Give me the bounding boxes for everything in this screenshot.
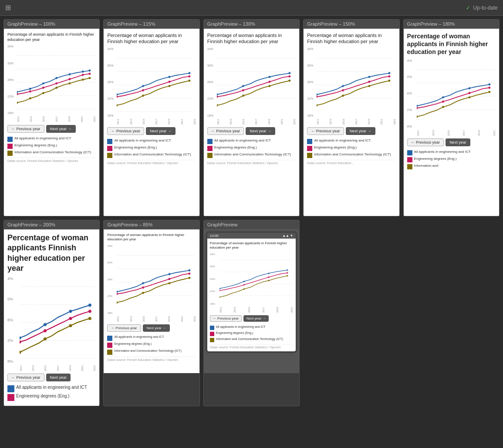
svg-point-136 xyxy=(219,296,220,298)
svg-point-100 xyxy=(20,340,21,344)
card-body-100: Percentage of woman applicants in Finnis… xyxy=(4,29,99,216)
next-button-150[interactable]: Next year → xyxy=(346,127,375,135)
svg-point-122 xyxy=(169,282,171,284)
svg-point-133 xyxy=(243,284,245,285)
legend-color-blue-200 xyxy=(7,385,14,392)
card-header-200: GraphPreview – 200% xyxy=(4,220,99,229)
svg-point-71 xyxy=(317,104,317,106)
legend-color-blue-115 xyxy=(107,139,112,144)
prev-button-180[interactable]: ← Previous year xyxy=(407,138,444,146)
prev-button-100[interactable]: ← Previous year xyxy=(7,125,44,133)
chart-title-100: Percentage of woman applicants in Finnis… xyxy=(7,32,96,42)
svg-point-128 xyxy=(219,288,220,289)
svg-point-32 xyxy=(142,85,144,87)
card-header-115: GraphPreview – 115% xyxy=(104,20,199,29)
legend-color-pink-130 xyxy=(207,146,213,151)
preview-card-115: GraphPreview – 115% Percentage of woman … xyxy=(103,19,199,216)
y-axis-85: 34%30%26%22%18% xyxy=(107,245,117,314)
preview-card-180: GraphPreview – 180% Percentage of woman … xyxy=(403,19,500,216)
svg-point-129 xyxy=(243,281,245,282)
svg-point-36 xyxy=(142,89,144,91)
prev-button-85[interactable]: ← Previous year xyxy=(107,324,141,332)
svg-point-84 xyxy=(442,101,444,103)
svg-point-90 xyxy=(488,91,490,93)
chart-area-85: 34%30%26%22%18% xyxy=(107,245,196,314)
next-button-115[interactable]: Next year → xyxy=(146,127,176,135)
preview-card-150: GraphPreview – 150% Percentage of woman … xyxy=(303,19,399,216)
chart-title-180: Percentage of woman applicants in Finnis… xyxy=(407,32,496,56)
y-axis-mobile: 34%30%26%22%18% xyxy=(210,253,219,305)
legend-85: All applicants in engineering and ICT En… xyxy=(107,335,196,355)
chart-title-mobile: Percentage of woman applicants in Finnis… xyxy=(210,241,293,250)
legend-color-pink-100 xyxy=(7,144,13,149)
prev-button-130[interactable]: ← Previous year xyxy=(207,127,244,135)
chart-area-180: 4%0%6%2%8% xyxy=(407,59,496,128)
row2-empty-4 xyxy=(303,220,399,406)
card-body-115: Percentage of woman applicants in Finnis… xyxy=(104,29,199,216)
next-button-100[interactable]: Next year → xyxy=(46,125,76,133)
y-axis-115: 34%30%26%22%18% xyxy=(107,47,117,117)
svg-point-85 xyxy=(468,92,470,94)
menu-icon[interactable]: ⊞ xyxy=(5,3,11,12)
data-source-115: Datan source: Finnish Education Statisti… xyxy=(107,160,196,165)
chart-title-150: Percentage of woman applicants in Finnis… xyxy=(307,32,395,45)
chart-area-mobile: 34%30%26%22%18% xyxy=(210,253,293,305)
legend-180: All applicants in engineering and ICT En… xyxy=(407,150,496,169)
next-button-130[interactable]: Next year → xyxy=(246,127,275,135)
svg-point-87 xyxy=(417,115,418,118)
next-button-180[interactable]: Next year xyxy=(446,138,470,146)
x-axis-mobile: 201120132015 201720192021 xyxy=(219,307,293,313)
prev-button-150[interactable]: ← Previous year xyxy=(307,127,344,135)
legend-color-olive-180 xyxy=(407,164,412,169)
x-axis-150: 201120132015 2017201920212022 xyxy=(317,119,395,125)
svg-point-54 xyxy=(288,75,290,77)
nav-buttons-200: ← Previous year Next year xyxy=(7,374,96,381)
svg-point-53 xyxy=(268,81,270,83)
y-axis-100: 34%30%26%22%18% xyxy=(7,45,17,115)
svg-point-13 xyxy=(29,91,31,93)
svg-point-113 xyxy=(142,282,144,284)
prev-button-200[interactable]: ← Previous year xyxy=(7,374,44,381)
prev-button-mobile[interactable]: ← Previous year xyxy=(210,315,242,322)
svg-point-139 xyxy=(287,275,288,276)
nav-buttons-180: ← Previous year Next year xyxy=(407,138,496,146)
prev-button-115[interactable]: ← Previous year xyxy=(107,127,144,135)
svg-point-137 xyxy=(243,288,245,290)
svg-point-33 xyxy=(169,76,171,78)
svg-point-116 xyxy=(117,293,118,295)
chart-plot-85 xyxy=(117,245,196,314)
next-button-200[interactable]: Next year xyxy=(46,374,71,381)
svg-point-123 xyxy=(189,277,191,279)
next-button-mobile[interactable]: Next year → xyxy=(243,315,269,322)
svg-point-96 xyxy=(20,336,21,339)
chart-plot-150 xyxy=(317,47,395,117)
svg-point-6 xyxy=(29,88,31,90)
svg-point-40 xyxy=(142,94,144,97)
svg-point-102 xyxy=(69,317,72,320)
chart-area-100: 34%30%26%22%18% xyxy=(7,45,96,115)
svg-point-56 xyxy=(242,94,244,97)
svg-point-18 xyxy=(88,73,91,75)
legend-color-blue-mobile xyxy=(210,326,214,330)
svg-point-68 xyxy=(342,89,344,91)
preview-card-100: GraphPreview – 100% Percentage of woman … xyxy=(3,19,100,216)
svg-point-34 xyxy=(189,72,191,74)
legend-color-olive-100 xyxy=(7,151,13,156)
legend-color-pink-180 xyxy=(407,157,412,162)
card-header-85: GraphPreview – 85% xyxy=(104,220,199,229)
card-body-180: Percentage of woman applicants in Finnis… xyxy=(404,29,499,216)
svg-point-19 xyxy=(17,102,18,104)
svg-point-17 xyxy=(82,74,84,76)
next-button-85[interactable]: Next year → xyxy=(143,324,170,332)
chart-plot-115 xyxy=(117,47,196,117)
legend-color-olive-130 xyxy=(207,153,213,158)
data-source-130: Datan source: Finnish Education Statisti… xyxy=(207,160,296,165)
legend-item-115-0: All applicants in engineering and ICT xyxy=(107,138,196,144)
card-header-mobile: GraphPreview xyxy=(204,220,299,229)
svg-point-132 xyxy=(219,290,220,291)
nav-buttons-130: ← Previous year Next year → xyxy=(207,127,296,135)
svg-point-50 xyxy=(288,72,290,74)
data-source-85: Datan source: Finnish Education Statisti… xyxy=(107,357,196,361)
legend-color-pink-85 xyxy=(107,343,112,348)
card-body-85: Percentage of woman applicants in Finnis… xyxy=(104,229,199,373)
